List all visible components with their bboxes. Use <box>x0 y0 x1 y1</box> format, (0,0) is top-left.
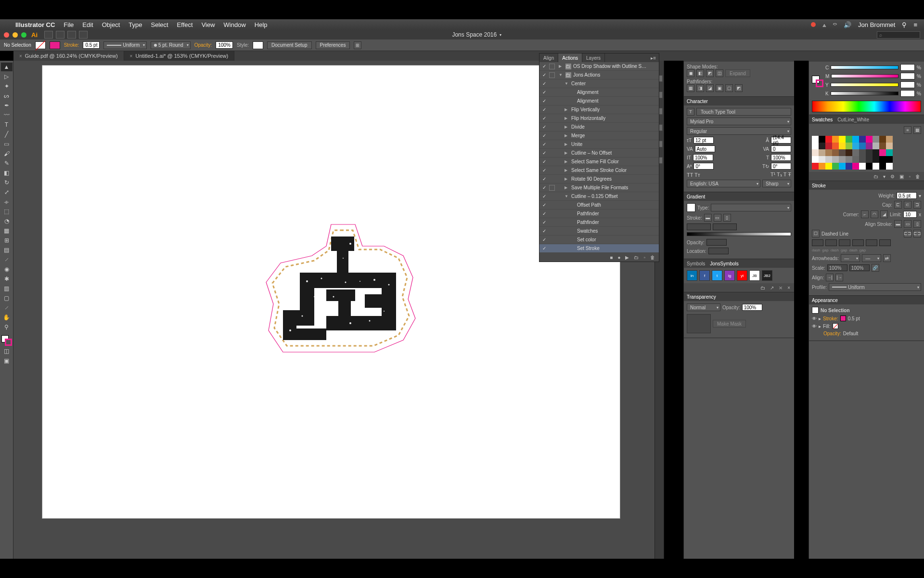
m-input[interactable] <box>900 73 915 79</box>
scale-tool[interactable]: ⤢ <box>1 188 13 197</box>
swatch[interactable] <box>812 163 819 170</box>
swatch[interactable] <box>879 156 886 163</box>
swatch[interactable] <box>859 143 866 149</box>
free-transform-tool[interactable]: ⬚ <box>1 207 13 216</box>
preferences-button[interactable]: Preferences <box>316 41 350 49</box>
profile-dropdown[interactable]: Uniform <box>829 283 921 291</box>
screen-mode-icon[interactable]: ▣ <box>1 356 13 365</box>
y-slider[interactable] <box>831 83 898 87</box>
minus-back-icon[interactable]: ◩ <box>735 84 743 92</box>
hand-tool[interactable]: ✋ <box>1 313 13 322</box>
panel-tab-actions[interactable]: Actions <box>558 53 582 62</box>
swatch[interactable] <box>832 163 839 170</box>
minus-front-icon[interactable]: ◧ <box>696 69 704 77</box>
panel-menu-icon[interactable]: ▸≡ <box>648 53 659 62</box>
dropbox-icon[interactable]: ⟁ <box>822 21 826 28</box>
gradient-stroke-along-icon[interactable]: ▭ <box>714 214 721 222</box>
swatch-grid-view-icon[interactable]: ▦ <box>913 126 921 134</box>
link-scale-icon[interactable]: 🔗 <box>872 264 879 272</box>
leading-input[interactable]: (14.4 pt) <box>771 137 791 144</box>
swatch[interactable] <box>886 163 893 170</box>
swatch-grid[interactable] <box>812 136 921 170</box>
appearance-stroke-label[interactable]: Stroke: <box>823 316 838 321</box>
k-slider[interactable] <box>831 92 898 95</box>
opacity-input[interactable]: 100% <box>216 41 233 49</box>
swatch[interactable] <box>866 149 873 156</box>
window-minimize[interactable] <box>13 32 18 38</box>
gradient-type-dropdown[interactable] <box>711 204 791 211</box>
corner-round-icon[interactable]: ◠ <box>871 210 878 218</box>
exclude-icon[interactable]: ◫ <box>716 69 723 77</box>
swatch[interactable] <box>879 143 886 149</box>
swatch[interactable] <box>859 136 866 143</box>
swatch[interactable] <box>832 143 839 149</box>
swatch[interactable] <box>886 136 893 143</box>
arrow-end-dropdown[interactable]: — <box>862 254 881 262</box>
vscale-input[interactable]: 100% <box>693 154 713 161</box>
stroke-profile-dropdown[interactable]: Uniform <box>103 41 147 49</box>
swatch[interactable] <box>825 143 832 149</box>
action-item[interactable]: ✓▼🗀Jons Actions <box>539 71 659 79</box>
spotlight-icon[interactable]: ⚲ <box>902 21 907 28</box>
swatch[interactable] <box>859 149 866 156</box>
dash-align-corners-icon[interactable]: ⊏⊐ <box>913 230 921 237</box>
gradient-opacity-input[interactable] <box>706 239 727 246</box>
swatch[interactable] <box>879 149 886 156</box>
swatch[interactable] <box>873 163 879 170</box>
action-item[interactable]: ✓Alignment <box>539 97 659 105</box>
k-input[interactable] <box>900 90 915 97</box>
brush-dropdown[interactable]: 5 pt. Round <box>151 41 191 49</box>
action-item[interactable]: ✓▶🗀OS Drop Shadow with Outline S… <box>539 62 659 71</box>
selection-tool[interactable]: ▲ <box>1 63 13 71</box>
swatch[interactable] <box>825 149 832 156</box>
align-outside-icon[interactable]: ▯ <box>913 220 921 228</box>
swatch[interactable] <box>852 149 859 156</box>
symbol-linkedin[interactable]: in <box>687 270 697 281</box>
new-action-icon[interactable]: ▫ <box>643 255 645 260</box>
c-slider[interactable] <box>831 66 898 69</box>
gradient-fill-swatch[interactable] <box>687 203 695 212</box>
panel-tab-cutline[interactable]: CutLine_White <box>837 117 869 122</box>
go-to-bridge-icon[interactable] <box>44 31 53 39</box>
slice-tool[interactable]: ⟋ <box>1 303 13 312</box>
volume-icon[interactable]: 🔊 <box>844 21 851 28</box>
arrow-align-tip-icon[interactable]: →| <box>826 274 834 281</box>
swatch[interactable] <box>812 136 819 143</box>
crop-icon[interactable]: ▣ <box>716 84 723 92</box>
panel-title[interactable]: Character <box>687 99 708 104</box>
swatch[interactable] <box>812 156 819 163</box>
help-search[interactable]: ⌕ <box>877 31 920 39</box>
action-item[interactable]: ✓▶Flip Horizontally <box>539 114 659 123</box>
panel-title[interactable]: Transparency <box>687 294 716 300</box>
swatch[interactable] <box>839 143 846 149</box>
y-input[interactable] <box>900 81 915 88</box>
action-item[interactable]: ✓▶Merge <box>539 131 659 140</box>
intersect-icon[interactable]: ◩ <box>706 69 714 77</box>
panel-tab-jonssymbols[interactable]: JonsSymbols <box>710 261 738 266</box>
menu-edit[interactable]: Edit <box>82 21 93 28</box>
menu-help[interactable]: Help <box>255 21 268 28</box>
touch-type-button[interactable]: Touch Type Tool <box>696 108 791 116</box>
stop-icon[interactable]: ■ <box>610 255 613 260</box>
arrow-scale-end[interactable]: 100% <box>849 264 870 271</box>
swatch-kind-menu-icon[interactable]: ▾ <box>883 174 886 179</box>
swatch[interactable] <box>873 156 879 163</box>
swatch[interactable] <box>832 156 839 163</box>
swatch[interactable] <box>866 156 873 163</box>
swatch[interactable] <box>819 143 825 149</box>
arrow-align-end-icon[interactable]: |→ <box>835 274 843 281</box>
magic-wand-tool[interactable]: ✦ <box>1 82 13 91</box>
m-slider[interactable] <box>831 74 898 78</box>
document-tab[interactable]: × Untitled-1.ai* @ 153% (CMYK/Preview) <box>124 51 235 61</box>
action-item[interactable]: ✓▶Select Same Stroke Color <box>539 166 659 175</box>
symbol-jb-dark[interactable]: JB2 <box>762 270 772 281</box>
symbol-sprayer-tool[interactable]: ✱ <box>1 275 13 283</box>
dash-2[interactable] <box>839 239 850 246</box>
swatch[interactable] <box>825 163 832 170</box>
action-item[interactable]: ✓▶Save Multiple File Formats <box>539 184 659 192</box>
language-dropdown[interactable]: English: USA <box>687 180 760 187</box>
delete-icon[interactable]: 🗑 <box>650 255 655 260</box>
menu-type[interactable]: Type <box>128 21 142 28</box>
pencil-tool[interactable]: ✎ <box>1 159 13 168</box>
swatch[interactable] <box>852 156 859 163</box>
